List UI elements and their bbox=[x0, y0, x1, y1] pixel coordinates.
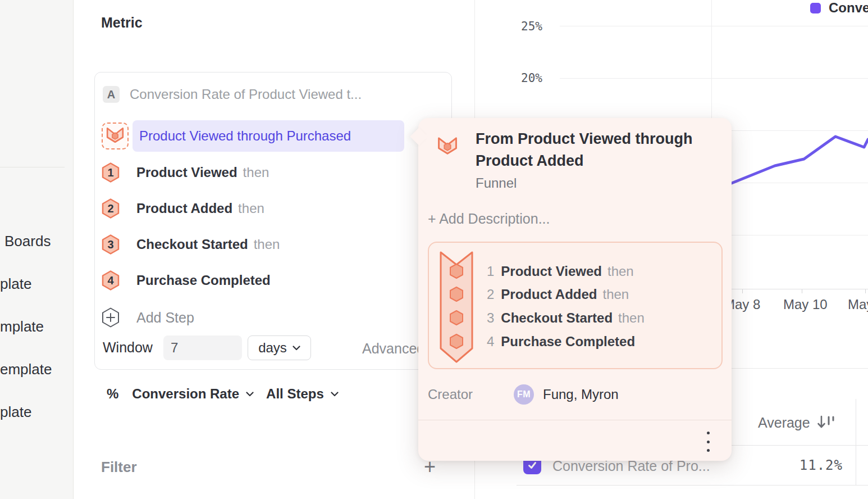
creator-avatar: FM bbox=[514, 384, 534, 405]
step-4-name: Purchase Completed bbox=[136, 273, 271, 288]
funnel-step-2[interactable]: 2 Product Added then bbox=[102, 197, 416, 220]
x-tick-may12 bbox=[865, 289, 866, 293]
sidebar-item-template-3[interactable]: emplate bbox=[0, 361, 52, 378]
gridline-25pct bbox=[560, 26, 868, 26]
table-row-border bbox=[517, 485, 868, 486]
funnel-details-popover: From Product Viewed through Product Adde… bbox=[418, 118, 732, 461]
sort-descending-icon bbox=[817, 415, 835, 430]
funnel-step-3[interactable]: 3 Checkout Started then bbox=[102, 233, 416, 256]
funnel-step-1[interactable]: 1 Product Viewed then bbox=[102, 161, 416, 184]
legend-label: Conversion Rate of Pro... bbox=[829, 0, 868, 16]
y-axis-tick-20: 20% bbox=[503, 71, 542, 85]
x-axis-label-may10: May 10 bbox=[783, 297, 828, 312]
app-window: Boards plate mplate emplate plate Metric… bbox=[0, 0, 868, 499]
funnel-icon bbox=[437, 135, 458, 158]
popover-title: From Product Viewed through Product Adde… bbox=[476, 128, 711, 172]
add-description-button[interactable]: + Add Description... bbox=[428, 211, 550, 227]
sidebar-item-boards[interactable]: Boards bbox=[4, 233, 51, 250]
x-tick-may8 bbox=[742, 289, 743, 293]
gridline-20pct bbox=[560, 78, 868, 79]
advanced-toggle[interactable]: Advanced bbox=[362, 341, 424, 357]
step-3-operator: then bbox=[254, 237, 280, 252]
sidebar-item-template-2[interactable]: mplate bbox=[0, 318, 44, 335]
step-2-operator: then bbox=[238, 201, 264, 216]
step-2-hexagon-badge: 2 bbox=[102, 198, 120, 219]
x-tick-may10 bbox=[802, 289, 802, 293]
metric-letter-badge: A bbox=[103, 86, 120, 103]
funnel-name-pill[interactable]: Product Viewed through Purchased bbox=[133, 120, 404, 152]
measure-dropdown[interactable]: Conversion Rate bbox=[132, 386, 239, 402]
sidebar-item-template-1[interactable]: plate bbox=[0, 275, 31, 293]
add-step-label: Add Step bbox=[136, 310, 194, 326]
funnel-banner-icon bbox=[439, 250, 474, 367]
popover-divider bbox=[418, 420, 732, 420]
filter-section-heading: Filter bbox=[101, 459, 137, 476]
average-column-header[interactable]: Average bbox=[758, 415, 835, 431]
steps-scope-dropdown[interactable]: All Steps bbox=[266, 386, 324, 402]
sidebar-divider bbox=[0, 167, 65, 167]
chart-legend[interactable]: Conversion Rate of Pro... bbox=[810, 0, 868, 16]
chevron-down-icon bbox=[246, 392, 254, 397]
table-row-average-value: 11.2% bbox=[775, 457, 843, 473]
add-step-hexagon-icon bbox=[102, 307, 120, 328]
table-column-divider bbox=[856, 399, 856, 485]
popover-step-4: 4Purchase Completed bbox=[487, 333, 635, 350]
metric-section-heading: Metric bbox=[101, 15, 143, 31]
step-2-name: Product Added bbox=[136, 201, 232, 216]
y-axis-tick-25: 25% bbox=[503, 20, 542, 33]
window-label: Window bbox=[103, 339, 153, 356]
step-1-hexagon-badge: 1 bbox=[102, 162, 120, 183]
step-1-operator: then bbox=[243, 165, 269, 180]
measured-as-row: % Conversion Rate All Steps bbox=[107, 385, 339, 402]
sidebar-item-template-4[interactable]: plate bbox=[0, 403, 31, 421]
funnel-icon bbox=[106, 126, 125, 146]
check-icon bbox=[527, 460, 538, 471]
funnel-event-iconbox[interactable] bbox=[102, 123, 129, 149]
percent-symbol: % bbox=[107, 386, 118, 402]
funnel-steps-box: 1Product Viewedthen 2Product Addedthen 3… bbox=[428, 242, 723, 369]
popover-step-2: 2Product Addedthen bbox=[487, 286, 629, 303]
funnel-name-label: Product Viewed through Purchased bbox=[139, 128, 351, 144]
step-3-hexagon-badge: 3 bbox=[102, 234, 120, 255]
x-axis-label-may12: May 12 bbox=[848, 297, 868, 312]
add-step-button[interactable]: Add Step bbox=[102, 306, 416, 329]
chevron-down-icon bbox=[293, 346, 300, 351]
step-1-name: Product Viewed bbox=[136, 165, 237, 180]
popover-step-3: 3Checkout Startedthen bbox=[487, 310, 645, 326]
popover-type-label: Funnel bbox=[476, 175, 517, 191]
creator-name: Fung, Myron bbox=[543, 387, 619, 402]
step-4-hexagon-badge: 4 bbox=[102, 270, 120, 291]
window-unit-select[interactable]: days bbox=[248, 335, 311, 360]
funnel-step-4[interactable]: 4 Purchase Completed bbox=[102, 269, 416, 292]
metric-title[interactable]: Conversion Rate of Product Viewed t... bbox=[130, 87, 362, 102]
step-3-name: Checkout Started bbox=[136, 237, 248, 252]
chevron-down-icon bbox=[331, 392, 339, 397]
popover-step-1: 1Product Viewedthen bbox=[487, 263, 634, 280]
creator-label: Creator bbox=[428, 387, 473, 402]
more-options-kebab-icon[interactable] bbox=[703, 432, 712, 452]
legend-swatch bbox=[810, 3, 821, 13]
window-value-input[interactable]: 7 bbox=[163, 335, 242, 360]
